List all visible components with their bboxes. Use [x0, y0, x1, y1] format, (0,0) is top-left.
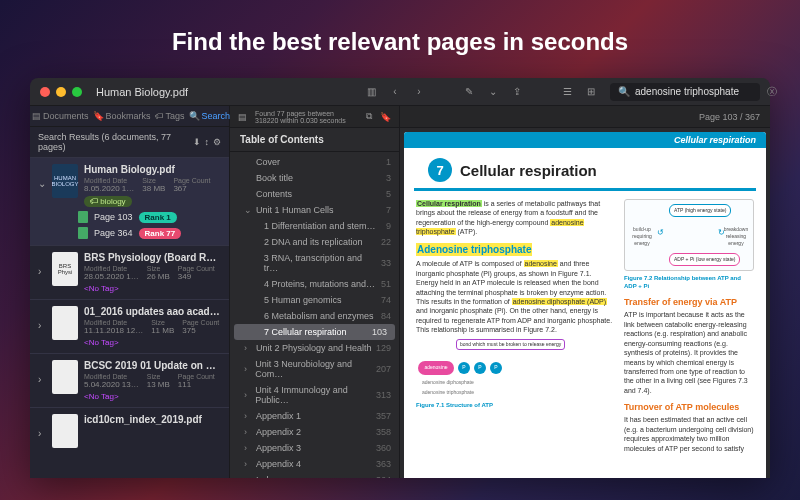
toc-item[interactable]: 4 Proteins, mutations and…51 — [230, 276, 399, 292]
rank-badge: Rank 1 — [139, 212, 177, 223]
document-thumbnail — [52, 306, 78, 340]
toc-item[interactable]: 7 Cellular respiration103 — [234, 324, 395, 340]
copy-icon[interactable]: ⧉ — [366, 111, 372, 122]
bookmark-icon: 🔖 — [93, 111, 104, 121]
clear-search-icon[interactable]: ⓧ — [767, 85, 777, 99]
document-name: BCSC 2019 01 Update on Gen… — [84, 360, 221, 371]
page-icon — [78, 211, 88, 223]
page-hit[interactable]: Page 103 Rank 1 — [78, 211, 221, 223]
figure-caption: Figure 7.1 Structure of ATP — [416, 401, 614, 409]
page-icon — [78, 227, 88, 239]
document-name: BRS Physiology (Board Revie… — [84, 252, 221, 263]
minimize-window-button[interactable] — [56, 87, 66, 97]
toc-item[interactable]: ›Unit 2 Physiology and Health129 — [230, 340, 399, 356]
chevron-icon: ⌄ — [244, 205, 252, 215]
edit-icon[interactable]: ✎ — [460, 83, 478, 101]
app-window: Human Biology.pdf ▥ ‹ › ✎ ⌄ ⇪ ☰ ⊞ 🔍 ⓧ ▤D… — [30, 78, 770, 478]
body-text: ATP is important because it acts as the … — [624, 310, 754, 395]
page-running-header: Cellular respiration — [404, 132, 766, 148]
result-document[interactable]: › icd10cm_index_2019.pdf — [30, 407, 229, 454]
result-document[interactable]: › BCSC 2019 01 Update on Gen… Modified D… — [30, 353, 229, 407]
toc-item[interactable]: 5 Human genomics74 — [230, 292, 399, 308]
toc-item[interactable]: Book title3 — [230, 170, 399, 186]
figure-7-1: bond which must be broken to release ene… — [416, 339, 614, 399]
chevron-down-icon[interactable]: ⌄ — [38, 178, 46, 189]
toc-item[interactable]: ›Unit 4 Immunology and Public…313 — [230, 382, 399, 408]
toc-item[interactable]: ›Appendix 4363 — [230, 456, 399, 472]
chevron-right-icon[interactable]: › — [38, 320, 46, 331]
zoom-window-button[interactable] — [72, 87, 82, 97]
download-results-icon[interactable]: ⬇ — [193, 137, 201, 147]
share-icon[interactable]: ⇪ — [508, 83, 526, 101]
sidebar: ▤Documents 🔖Bookmarks 🏷Tags 🔍Search Sear… — [30, 106, 230, 478]
toc-item[interactable]: Index364 — [230, 472, 399, 478]
toc-item[interactable]: 3 RNA, transcription and tr…33 — [230, 250, 399, 276]
search-summary: Search Results (6 documents, 77 pages) ⬇… — [30, 127, 229, 157]
result-document[interactable]: › 01_2016 updates aao acade… Modified Da… — [30, 299, 229, 353]
toc-item[interactable]: ›Unit 3 Neurobiology and Com…207 — [230, 356, 399, 382]
outline-toggle-icon[interactable]: ▤ — [238, 112, 247, 122]
document-thumbnail: HUMANBIOLOGY — [52, 164, 78, 198]
toc-item[interactable]: ›Appendix 3360 — [230, 440, 399, 456]
chevron-icon: › — [244, 343, 252, 353]
body-text: It has been estimated that an active cel… — [624, 415, 754, 453]
figure-7-2: ATP (high energy state) ADP + Pi (low en… — [624, 199, 754, 271]
list-view-icon[interactable]: ☰ — [558, 83, 576, 101]
subheading: Turnover of ATP molecules — [624, 401, 754, 413]
chevron-icon: › — [244, 443, 252, 453]
sort-icon[interactable]: ↕ — [205, 137, 210, 147]
prev-page-button[interactable]: ‹ — [386, 83, 404, 101]
body-text: Cellular respiration is a series of meta… — [416, 199, 614, 237]
results-list: ⌄ HUMANBIOLOGY Human Biology.pdf Modifie… — [30, 157, 229, 478]
toc-item[interactable]: Contents5 — [230, 186, 399, 202]
chevron-right-icon[interactable]: › — [38, 428, 46, 439]
search-field[interactable]: 🔍 ⓧ — [610, 83, 760, 101]
next-page-button[interactable]: › — [410, 83, 428, 101]
diagram-node: ATP (high energy state) — [669, 204, 731, 217]
document-thumbnail — [52, 360, 78, 394]
grid-view-icon[interactable]: ⊞ — [582, 83, 600, 101]
sidebar-toggle-icon[interactable]: ▥ — [362, 83, 380, 101]
chevron-right-icon[interactable]: › — [38, 266, 46, 277]
document-name: icd10cm_index_2019.pdf — [84, 414, 221, 425]
toc-item[interactable]: Cover1 — [230, 154, 399, 170]
toc-item[interactable]: 1 Differentiation and stem…9 — [230, 218, 399, 234]
bookmark-icon[interactable]: 🔖 — [380, 112, 391, 122]
toc-item[interactable]: ›Appendix 1357 — [230, 408, 399, 424]
filter-icon[interactable]: ⚙ — [213, 137, 221, 147]
no-tag-label: <No Tag> — [84, 284, 119, 293]
toc-item[interactable]: ›Appendix 2358 — [230, 424, 399, 440]
tag-badge[interactable]: 🏷 biology — [84, 196, 132, 207]
tab-bookmarks[interactable]: 🔖Bookmarks — [91, 106, 153, 126]
no-tag-label: <No Tag> — [84, 392, 119, 401]
close-window-button[interactable] — [40, 87, 50, 97]
diagram-node: ADP + Pi (low energy state) — [669, 253, 740, 266]
chevron-icon: › — [244, 364, 251, 374]
document-thumbnail: BRSPhysi — [52, 252, 78, 286]
tab-search[interactable]: 🔍Search — [187, 106, 233, 126]
search-icon: 🔍 — [618, 86, 630, 97]
toc-item[interactable]: ⌄Unit 1 Human Cells7 — [230, 202, 399, 218]
no-tag-label: <No Tag> — [84, 338, 119, 347]
toc-item[interactable]: 2 DNA and its replication22 — [230, 234, 399, 250]
chevron-right-icon[interactable]: › — [38, 374, 46, 385]
chevron-icon: › — [244, 411, 252, 421]
search-icon: 🔍 — [189, 111, 200, 121]
result-document[interactable]: ⌄ HUMANBIOLOGY Human Biology.pdf Modifie… — [30, 157, 229, 245]
dropdown-icon[interactable]: ⌄ — [484, 83, 502, 101]
body-text: A molecule of ATP is composed of adenosi… — [416, 259, 614, 335]
search-input[interactable] — [635, 86, 762, 97]
page-hit[interactable]: Page 364 Rank 77 — [78, 227, 221, 239]
tab-documents[interactable]: ▤Documents — [30, 106, 91, 126]
titlebar: Human Biology.pdf ▥ ‹ › ✎ ⌄ ⇪ ☰ ⊞ 🔍 ⓧ — [30, 78, 770, 106]
document-name: 01_2016 updates aao acade… — [84, 306, 221, 317]
toc-header: Table of Contents — [230, 128, 399, 152]
documents-icon: ▤ — [32, 111, 41, 121]
document-thumbnail — [52, 414, 78, 448]
document-view[interactable]: Cellular respiration 7 Cellular respirat… — [404, 132, 766, 478]
result-document[interactable]: › BRSPhysi BRS Physiology (Board Revie… … — [30, 245, 229, 299]
tab-tags[interactable]: 🏷Tags — [153, 106, 187, 126]
toc-panel: ▤ Found 77 pages between 318220 within 0… — [230, 106, 400, 478]
subheading: Transfer of energy via ATP — [624, 296, 754, 308]
toc-item[interactable]: 6 Metabolism and enzymes84 — [230, 308, 399, 324]
